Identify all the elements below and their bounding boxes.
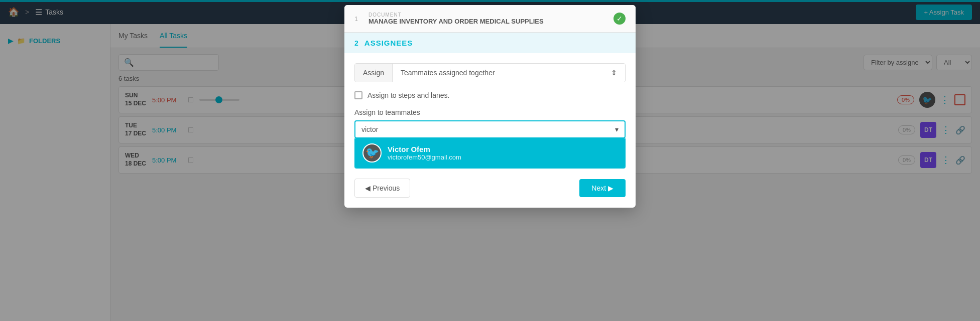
teammate-dropdown: 🐦 Victor Ofem victorofem50@gmail.com — [354, 138, 626, 169]
previous-button[interactable]: ◀ Previous — [354, 179, 410, 198]
modal-body: Assign Teammates assigned together ⇕ Ass… — [344, 53, 636, 208]
avatar-bird-icon: 🐦 — [365, 146, 379, 159]
assign-row: Assign Teammates assigned together ⇕ — [354, 63, 626, 82]
checkbox-label: Assign to steps and lanes. — [368, 91, 449, 99]
list-item[interactable]: 🐦 Victor Ofem victorofem50@gmail.com — [355, 138, 625, 168]
assign-steps-checkbox[interactable] — [354, 91, 362, 99]
assign-label: Assign — [355, 64, 393, 82]
step2-number: 2 — [354, 39, 358, 47]
teammate-name: Victor Ofem — [388, 145, 461, 153]
assign-arrows-icon: ⇕ — [611, 69, 617, 77]
teammate-info: Victor Ofem victorofem50@gmail.com — [388, 145, 461, 161]
step1-number: 1 — [354, 15, 362, 23]
step1-check: ✓ — [614, 13, 626, 25]
step1-label: DOCUMENT — [369, 12, 544, 18]
teammate-search-input[interactable] — [361, 125, 611, 133]
checkbox-row: Assign to steps and lanes. — [354, 91, 626, 99]
step2-label: ASSIGNEES — [364, 39, 413, 47]
assign-teammates-label: Assign to teammates — [354, 108, 626, 116]
modal-step2-header: 2 ASSIGNEES — [344, 33, 636, 53]
next-button[interactable]: Next ▶ — [579, 179, 626, 197]
teammate-email: victorofem50@gmail.com — [388, 153, 461, 161]
teammate-avatar: 🐦 — [362, 143, 382, 163]
modal-step1-header: 1 DOCUMENT MANAGE INVENTORY AND ORDER ME… — [344, 5, 636, 33]
assign-select[interactable]: Teammates assigned together ⇕ — [393, 64, 625, 82]
teammate-search[interactable]: ▾ — [354, 120, 626, 138]
modal: 1 DOCUMENT MANAGE INVENTORY AND ORDER ME… — [344, 5, 636, 208]
modal-overlay: 1 DOCUMENT MANAGE INVENTORY AND ORDER ME… — [0, 0, 980, 321]
assign-select-value: Teammates assigned together — [401, 69, 495, 77]
step1-title: MANAGE INVENTORY AND ORDER MEDICAL SUPPL… — [369, 18, 544, 25]
modal-footer: ◀ Previous Next ▶ — [354, 177, 626, 198]
dropdown-arrow-icon: ▾ — [615, 125, 619, 133]
